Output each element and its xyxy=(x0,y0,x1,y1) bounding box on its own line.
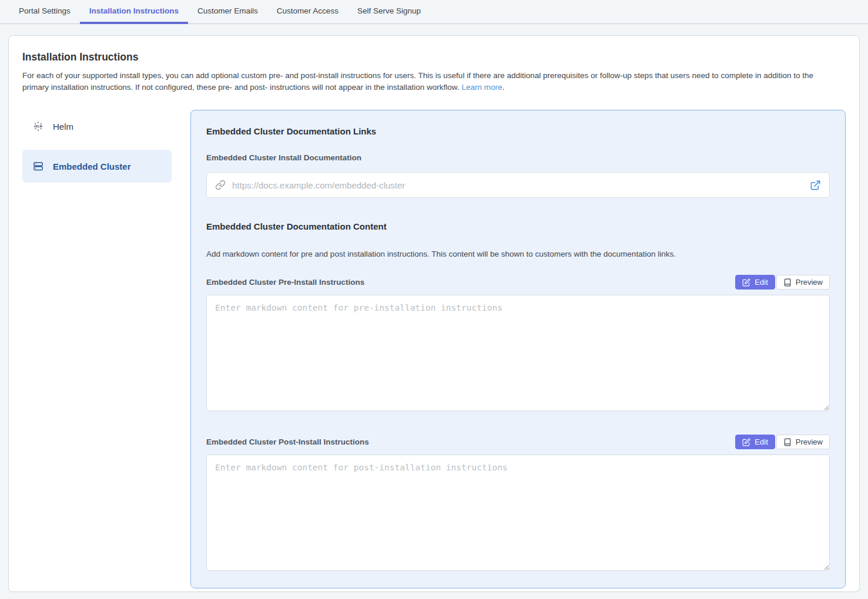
post-install-instructions-textarea[interactable] xyxy=(206,455,830,571)
edit-pencil-icon xyxy=(742,438,750,446)
book-icon xyxy=(783,438,792,446)
tab-customer-emails[interactable]: Customer Emails xyxy=(188,0,267,24)
server-stack-icon xyxy=(33,161,43,171)
page-description: For each of your supported install types… xyxy=(22,70,839,93)
page-description-text: For each of your supported install types… xyxy=(22,71,813,92)
edit-pencil-icon xyxy=(742,278,750,287)
learn-more-suffix: . xyxy=(502,83,504,92)
doc-links-heading: Embedded Cluster Documentation Links xyxy=(206,126,830,136)
preview-button-label: Preview xyxy=(796,438,823,446)
post-install-editor-header: Embedded Cluster Post-Install Instructio… xyxy=(206,435,830,449)
tab-portal-settings[interactable]: Portal Settings xyxy=(9,0,80,24)
post-install-label: Embedded Cluster Post-Install Instructio… xyxy=(206,438,369,446)
tab-installation-instructions[interactable]: Installation Instructions xyxy=(80,0,188,24)
doc-content-heading: Embedded Cluster Documentation Content xyxy=(206,221,830,231)
tab-self-serve-signup[interactable]: Self Serve Signup xyxy=(348,0,430,24)
learn-more-link[interactable]: Learn more xyxy=(461,83,502,92)
page-title: Installation Instructions xyxy=(22,51,846,63)
nav-item-label: Embedded Cluster xyxy=(53,161,131,171)
install-doc-url-input[interactable] xyxy=(232,180,803,190)
pre-install-instructions-textarea[interactable] xyxy=(206,295,830,411)
helm-logo-icon: HELM xyxy=(33,121,43,132)
install-doc-input-wrap xyxy=(206,172,830,198)
pre-install-mode-toggle: Edit Preview xyxy=(735,275,830,290)
post-install-preview-button[interactable]: Preview xyxy=(776,435,830,449)
pre-install-preview-button[interactable]: Preview xyxy=(776,275,830,290)
content-row: HELM Helm Embedded Cluster xyxy=(22,110,846,588)
svg-text:HELM: HELM xyxy=(34,125,42,128)
preview-button-label: Preview xyxy=(796,278,823,287)
link-icon xyxy=(215,180,226,190)
pre-install-label: Embedded Cluster Pre-Install Instruction… xyxy=(206,278,364,287)
pre-install-editor-header: Embedded Cluster Pre-Install Instruction… xyxy=(206,275,830,290)
nav-item-helm[interactable]: HELM Helm xyxy=(22,110,172,143)
external-link-icon[interactable] xyxy=(810,180,821,191)
book-icon xyxy=(783,278,792,287)
embedded-cluster-panel: Embedded Cluster Documentation Links Emb… xyxy=(190,110,846,588)
post-install-mode-toggle: Edit Preview xyxy=(735,435,830,449)
nav-item-label: Helm xyxy=(53,122,73,132)
edit-button-label: Edit xyxy=(755,278,768,287)
settings-tabbar: Portal Settings Installation Instruction… xyxy=(0,0,868,24)
tab-customer-access[interactable]: Customer Access xyxy=(267,0,348,24)
doc-content-description: Add markdown content for pre and post in… xyxy=(206,250,830,258)
pre-install-edit-button[interactable]: Edit xyxy=(735,275,775,290)
install-doc-label: Embedded Cluster Install Documentation xyxy=(206,153,830,162)
installation-instructions-card: Installation Instructions For each of yo… xyxy=(8,35,860,592)
nav-item-embedded-cluster[interactable]: Embedded Cluster xyxy=(22,150,172,183)
edit-button-label: Edit xyxy=(755,438,768,446)
post-install-edit-button[interactable]: Edit xyxy=(735,435,775,449)
install-type-nav: HELM Helm Embedded Cluster xyxy=(22,110,172,588)
